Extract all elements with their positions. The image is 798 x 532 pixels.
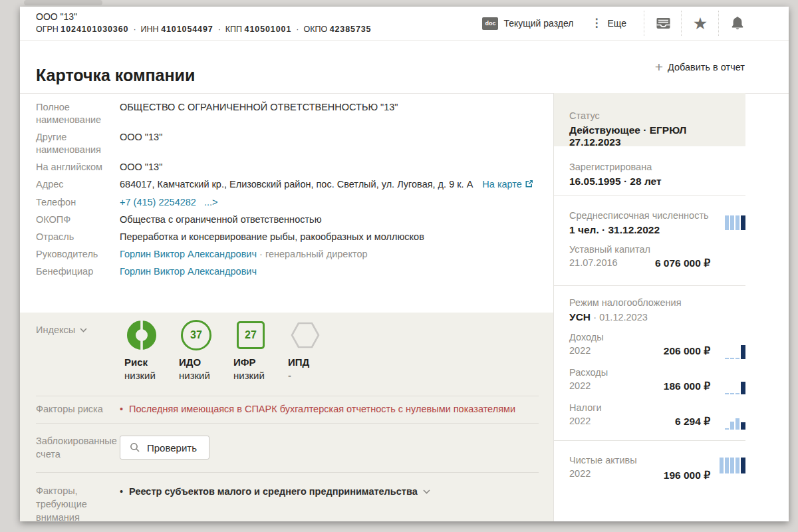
phone-link[interactable]: +7 (415) 2254282 [120,197,196,207]
more-button[interactable]: ⋮ Еще [591,18,627,29]
doc-icon: doc [482,17,498,30]
field-row-address: Адрес 684017, Камчатский кр., Елизовский… [36,178,549,192]
phone-more-link[interactable]: ...> [204,197,218,207]
status-block: Статус Действующее · ЕГРЮЛ 27.12.2023 [554,93,745,146]
risk-factor-item: •Последняя имеющаяся в СПАРК бухгалтерск… [120,402,532,416]
summary-sidebar: Статус Действующее · ЕГРЮЛ 27.12.2023 За… [554,93,745,521]
bell-icon [730,15,745,31]
map-link[interactable]: На карте [482,179,533,190]
headcount-value: 1 чел. · 31.12.2022 [569,224,745,236]
magnifier-icon [130,442,140,453]
favorite-button[interactable]: ★ [682,7,718,40]
star-icon: ★ [693,15,708,31]
metric-taxes: Налоги 2022 6 294 ₽ [569,402,745,438]
headcount-bars-chart [725,215,745,230]
notifications-button[interactable] [720,7,755,40]
index-items: Риск низкий 37 ИДО низкий 27 ИФР [116,318,334,381]
tax-and-finance-block: Режим налогообложения УСН · 01.12.2023 Д… [554,286,745,441]
status-value: Действующее · ЕГРЮЛ 27.12.2023 [569,124,731,148]
risk-donut-icon [126,319,158,351]
ipd-hexagon-icon [290,321,321,349]
registered-block: Зарегистрирована 16.05.1995 · 28 лет [554,146,745,196]
company-header: ООО "13" ОГРН 1024101030360·ИНН 41010544… [20,7,789,41]
indexes-section: Индексы Риск низкий 37 [20,313,553,521]
field-row-other-names: Другие наименования ООО "13" [36,131,549,156]
index-item-ido[interactable]: 37 ИДО низкий [171,318,221,381]
field-row-full-name: Полное наименование ОБЩЕСТВО С ОГРАНИЧЕН… [36,101,549,126]
divider [36,472,539,473]
check-blocked-accounts-button[interactable]: Проверить [120,436,209,460]
ifr-square-icon: 27 [237,321,265,349]
current-section-button[interactable]: doc Текущий раздел [482,17,573,30]
finance-metrics: Доходы 2022 206 000 ₽ Расходы 2022 186 0… [569,332,745,438]
chevron-down-icon [80,328,87,332]
company-short-name: ООО "13" [36,11,77,22]
taxes-bars-chart [725,418,745,430]
net-assets-value: 196 000 ₽ [664,469,710,481]
add-to-report-button[interactable]: + Добавить в отчет [655,61,745,73]
page-title: Карточка компании [36,66,195,85]
expenses-value: 186 000 ₽ [664,380,710,392]
chevron-down-icon [423,489,430,494]
index-item-risk[interactable]: Риск низкий [116,318,167,381]
metric-expenses: Расходы 2022 186 000 ₽ [569,367,745,402]
field-row-phone: Телефон +7 (415) 2254282 ...> [36,196,549,209]
blocked-accounts-label: Заблокированные счета [36,434,120,461]
header-actions: doc Текущий раздел ⋮ Еще ★ [482,7,755,40]
headcount-capital-block: Среднесписочная численность 1 чел. · 31.… [554,196,745,286]
divider [36,423,539,424]
income-bars-chart [725,345,745,359]
capital-date: 21.07.2016 [569,257,618,268]
taxes-value: 6 294 ₽ [675,416,710,428]
field-row-beneficiary: Бенефициар Горлин Виктор Александрович [36,265,549,278]
tax-mode-value: УСН · 01.12.2023 [569,311,745,323]
beneficiary-link[interactable]: Горлин Виктор Александрович [120,266,257,277]
kebab-icon: ⋮ [591,19,602,28]
plus-icon: + [655,61,663,73]
print-tray-button[interactable] [645,7,681,40]
divider [36,396,539,396]
metric-income: Доходы 2022 206 000 ₽ [569,332,745,367]
net-assets-bars-chart [720,458,745,473]
index-item-ipd[interactable]: ИПД - [280,318,331,381]
field-row-okopf: ОКОПФ Общества с ограниченной ответствен… [36,213,549,226]
external-link-icon [525,179,533,192]
indexes-toggle[interactable]: Индексы [36,325,87,335]
attention-factors-label: Факторы, требующие внимания [36,484,120,524]
company-card-page: ООО "13" ОГРН 1024101030360·ИНН 41010544… [20,7,789,521]
ceo-link[interactable]: Горлин Виктор Александрович [120,249,257,259]
attention-factor-item[interactable]: • Реестр субъектов малого и среднего пре… [120,485,430,498]
risk-factors-label: Факторы риска [36,402,120,416]
company-codes: ОГРН 1024101030360·ИНН 4101054497·КПП 41… [36,25,371,34]
field-row-ceo: Руководитель Горлин Виктор Александрович… [36,248,549,261]
ido-circle-icon: 37 [181,320,211,350]
top-tab-remnant [24,0,102,5]
field-row-english-name: На английском ООО "13" [36,161,549,174]
field-row-industry: Отрасль Переработка и консервирование ры… [36,231,549,243]
inbox-icon [655,16,672,31]
expenses-bars-chart [725,382,745,394]
company-fields: Полное наименование ОБЩЕСТВО С ОГРАНИЧЕН… [36,101,549,283]
net-assets-block: Чистые активы 2022 196 000 ₽ [554,441,745,479]
income-value: 206 000 ₽ [664,345,710,357]
registered-value: 16.05.1995 · 28 лет [569,176,731,188]
index-item-ifr[interactable]: 27 ИФР низкий [225,318,276,381]
capital-value: 6 076 000 ₽ [655,257,710,269]
